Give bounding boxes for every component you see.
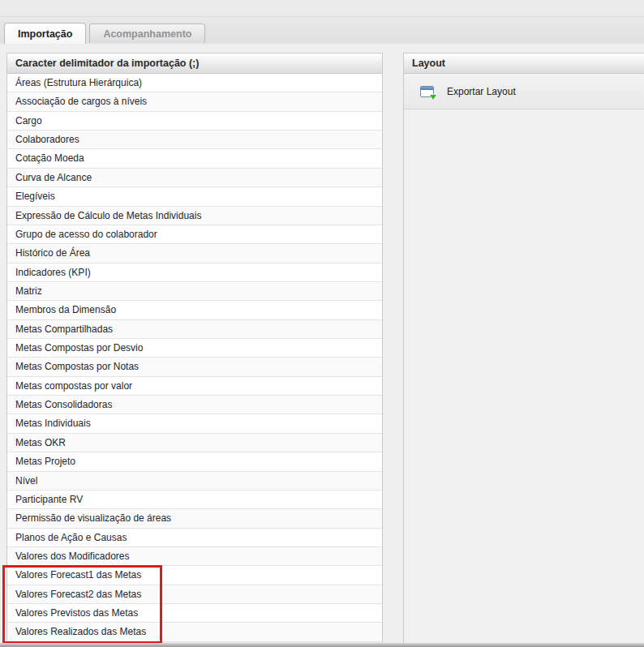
window-top-strip xyxy=(0,0,644,17)
list-item[interactable]: Metas Compartilhadas xyxy=(7,320,382,339)
list-item[interactable]: Associação de cargos à níveis xyxy=(7,92,382,111)
list-item[interactable]: Nível xyxy=(7,472,382,491)
layout-panel-header: Layout xyxy=(404,54,644,74)
list-item[interactable]: Matriz xyxy=(7,282,382,301)
layout-panel: Layout Exportar Layout xyxy=(403,53,644,644)
list-item[interactable]: Metas Consolidadoras xyxy=(7,396,382,414)
tab-acompanhamento[interactable]: Acompanhamento xyxy=(89,24,205,43)
list-item[interactable]: Grupo de acesso do colaborador xyxy=(7,225,382,244)
exportar-layout-label: Exportar Layout xyxy=(447,86,516,97)
tab-bar: Importação Acompanhamento xyxy=(0,17,644,44)
layout-toolbar: Exportar Layout xyxy=(404,74,644,109)
list-item[interactable]: Metas Compostas por Desvio xyxy=(7,339,382,358)
list-item[interactable]: Expressão de Cálculo de Metas Individuai… xyxy=(7,207,382,225)
import-types-panel: Caracter delimitador da importação (;) Á… xyxy=(6,53,383,642)
list-item[interactable]: Metas Compostas por Notas xyxy=(7,358,382,376)
import-types-list: Áreas (Estrutura Hierárquica)Associação … xyxy=(7,74,382,642)
list-item[interactable]: Colaboradores xyxy=(7,131,382,149)
list-item[interactable]: Valores dos Modificadores xyxy=(7,547,382,566)
list-item[interactable]: Histórico de Área xyxy=(7,244,382,263)
list-item[interactable]: Valores Realizados das Metas xyxy=(7,623,382,641)
list-item[interactable]: Valores Forecast1 das Metas xyxy=(7,566,382,585)
tab-importacao[interactable]: Importação xyxy=(4,23,86,44)
window-bottom-edge xyxy=(0,643,644,647)
list-item[interactable]: Elegíveis xyxy=(7,187,382,206)
exportar-layout-button[interactable]: Exportar Layout xyxy=(415,84,521,100)
list-item[interactable]: Participante RV xyxy=(7,491,382,509)
list-item[interactable]: Permissão de visualização de áreas xyxy=(7,509,382,528)
list-item[interactable]: Áreas (Estrutura Hierárquica) xyxy=(7,74,382,92)
import-panel-header: Caracter delimitador da importação (;) xyxy=(7,54,382,74)
content-area: Caracter delimitador da importação (;) Á… xyxy=(0,45,644,647)
list-item[interactable]: Cotação Moeda xyxy=(7,149,382,168)
export-layout-icon xyxy=(420,86,434,97)
list-item[interactable]: Cargo xyxy=(7,112,382,131)
list-item[interactable]: Membros da Dimensão xyxy=(7,301,382,319)
list-item[interactable]: Valores Forecast2 das Metas xyxy=(7,585,382,604)
list-item[interactable]: Metas Individuais xyxy=(7,414,382,433)
list-item[interactable]: Curva de Alcance xyxy=(7,169,382,187)
list-item[interactable]: Planos de Ação e Causas xyxy=(7,529,382,547)
list-item[interactable]: Metas Projeto xyxy=(7,452,382,471)
list-item[interactable]: Metas compostas por valor xyxy=(7,377,382,396)
list-item[interactable]: Indicadores (KPI) xyxy=(7,264,382,282)
list-item[interactable]: Metas OKR xyxy=(7,434,382,452)
list-item[interactable]: Valores Previstos das Metas xyxy=(7,604,382,623)
